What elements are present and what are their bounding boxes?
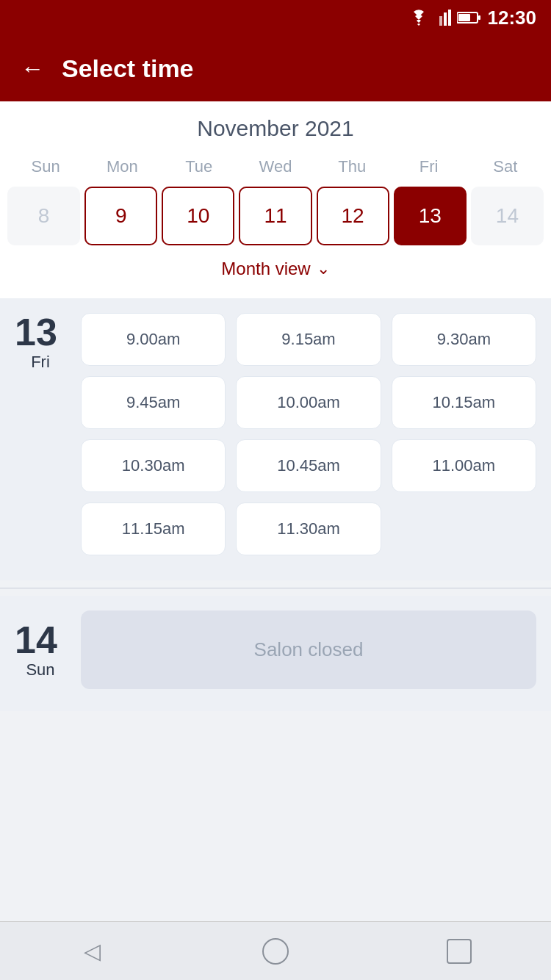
svg-rect-5 — [478, 15, 480, 20]
time-slot-1030[interactable]: 10.30am — [81, 439, 226, 492]
month-year-label: November 2021 — [0, 116, 551, 141]
day-header-sat: Sat — [467, 153, 544, 181]
svg-rect-1 — [439, 16, 442, 26]
day-10[interactable]: 10 — [162, 187, 234, 245]
month-view-label: Month view — [221, 259, 310, 279]
section-divider — [0, 588, 551, 588]
time-slot-1130[interactable]: 11.30am — [236, 502, 381, 555]
svg-rect-2 — [444, 12, 447, 26]
svg-rect-6 — [458, 14, 470, 21]
time-grid-13: 9.00am 9.15am 9.30am 9.45am 10.00am 10.1… — [81, 313, 536, 555]
day-8[interactable]: 8 — [7, 187, 80, 245]
wifi-icon — [408, 10, 429, 26]
page-title: Select time — [62, 54, 194, 83]
status-time: 12:30 — [488, 7, 537, 29]
time-slot-1100[interactable]: 11.00am — [392, 439, 536, 492]
day-9[interactable]: 9 — [84, 187, 157, 245]
date-day-13: Fri — [15, 353, 66, 372]
time-slot-900[interactable]: 9.00am — [81, 313, 226, 366]
month-view-toggle[interactable]: Month view ⌄ — [0, 251, 551, 291]
time-slots-section-13: 13 Fri 9.00am 9.15am 9.30am 9.45am 10.00… — [0, 298, 551, 580]
date-day-14: Sun — [15, 660, 66, 680]
time-slot-930[interactable]: 9.30am — [392, 313, 536, 366]
time-slot-945[interactable]: 9.45am — [81, 376, 226, 429]
svg-rect-0 — [435, 20, 438, 26]
time-slot-1115[interactable]: 11.15am — [81, 502, 226, 555]
time-slot-1045[interactable]: 10.45am — [236, 439, 381, 492]
calendar-section: November 2021 Sun Mon Tue Wed Thu Fri Sa… — [0, 101, 551, 298]
day-header-thu: Thu — [314, 153, 390, 181]
date-label-13: 13 Fri — [15, 313, 66, 372]
recents-nav-icon — [447, 939, 472, 964]
date-time-row-13: 13 Fri 9.00am 9.15am 9.30am 9.45am 10.00… — [15, 313, 536, 555]
day-11[interactable]: 11 — [239, 187, 311, 245]
bottom-nav: ◁ — [0, 921, 551, 980]
day-header-wed: Wed — [237, 153, 314, 181]
battery-icon — [457, 11, 480, 24]
home-nav-icon — [262, 938, 289, 965]
signal-icon — [435, 10, 451, 26]
chevron-down-icon: ⌄ — [317, 259, 330, 278]
date-number-13: 13 — [15, 313, 66, 351]
day-headers: Sun Mon Tue Wed Thu Fri Sat — [0, 153, 551, 181]
closed-row: 14 Sun Salon closed — [15, 610, 536, 689]
time-slot-915[interactable]: 9.15am — [236, 313, 381, 366]
time-slot-1015[interactable]: 10.15am — [392, 376, 536, 429]
svg-rect-3 — [448, 10, 451, 26]
status-bar: 12:30 — [0, 0, 551, 35]
day-header-fri: Fri — [390, 153, 467, 181]
status-icons — [408, 10, 480, 26]
nav-home-button[interactable] — [253, 929, 298, 973]
time-slot-1000[interactable]: 10.00am — [236, 376, 381, 429]
day-12[interactable]: 12 — [317, 187, 389, 245]
day-14[interactable]: 14 — [471, 187, 544, 245]
week-row: 8 9 10 11 12 13 14 — [0, 181, 551, 251]
nav-recents-button[interactable] — [437, 929, 481, 973]
salon-closed-message: Salon closed — [81, 610, 536, 689]
date-label-14: 14 Sun — [15, 621, 66, 680]
day-header-sun: Sun — [7, 153, 84, 181]
nav-back-button[interactable]: ◁ — [70, 929, 114, 973]
back-button[interactable]: ← — [21, 55, 44, 82]
app-header: ← Select time — [0, 35, 551, 101]
date-number-14: 14 — [15, 621, 66, 659]
day-header-mon: Mon — [84, 153, 160, 181]
day-header-tue: Tue — [161, 153, 237, 181]
back-nav-icon: ◁ — [84, 938, 101, 964]
closed-section-14: 14 Sun Salon closed — [0, 596, 551, 711]
day-13[interactable]: 13 — [394, 187, 467, 245]
